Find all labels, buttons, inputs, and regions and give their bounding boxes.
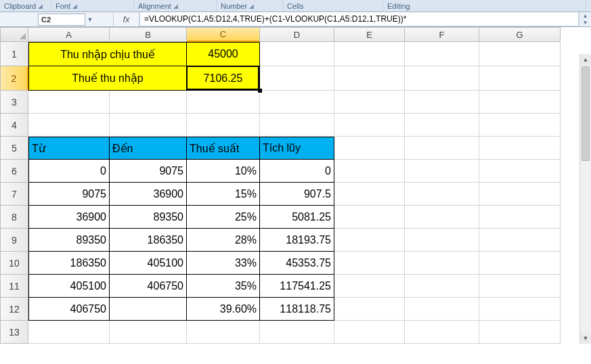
row-header-4[interactable]: 4 — [0, 114, 28, 137]
cell-G8[interactable] — [479, 206, 561, 229]
cell-C13[interactable] — [187, 321, 260, 344]
cell-D3[interactable] — [260, 91, 334, 114]
cell-D5[interactable]: Tích lũy — [260, 137, 334, 160]
cell-D6[interactable]: 0 — [260, 160, 334, 183]
cell-B9[interactable]: 186350 — [110, 229, 187, 252]
cell-F8[interactable] — [405, 206, 479, 229]
cell-E8[interactable] — [334, 206, 405, 229]
cell-F13[interactable] — [405, 321, 479, 344]
ribbon-group-font[interactable]: Font◢ — [51, 0, 134, 12]
row-header-9[interactable]: 9 — [0, 229, 28, 252]
ribbon-group-number[interactable]: Number◢ — [217, 0, 283, 12]
cell-C3[interactable] — [187, 91, 260, 114]
cell-C4[interactable] — [187, 114, 260, 137]
cell-A6[interactable]: 0 — [28, 160, 110, 183]
column-header-C[interactable]: C — [187, 27, 260, 42]
ribbon-group-cells[interactable]: Cells — [283, 0, 383, 12]
cell-F9[interactable] — [405, 229, 479, 252]
name-box[interactable] — [38, 14, 85, 26]
cell-A1[interactable]: Thu nhập chịu thuế — [28, 42, 187, 66]
cell-A13[interactable] — [28, 321, 110, 344]
cell-B11[interactable]: 406750 — [110, 275, 187, 298]
row-header-10[interactable]: 10 — [0, 252, 28, 275]
cell-G1[interactable] — [479, 42, 561, 66]
cell-F4[interactable] — [405, 114, 479, 137]
cell-E13[interactable] — [334, 321, 405, 344]
formula-bar-down-icon[interactable]: ▼ — [579, 20, 591, 27]
cell-A7[interactable]: 9075 — [28, 183, 110, 206]
cell-B6[interactable]: 9075 — [110, 160, 187, 183]
column-header-A[interactable]: A — [28, 27, 110, 42]
cell-C12[interactable]: 39.60% — [187, 298, 260, 321]
cell-A11[interactable]: 405100 — [28, 275, 110, 298]
cell-D12[interactable]: 118118.75 — [260, 298, 334, 321]
cell-G4[interactable] — [479, 114, 561, 137]
cell-G11[interactable] — [479, 275, 561, 298]
cell-F12[interactable] — [405, 298, 479, 321]
insert-function-button[interactable]: fx — [114, 12, 139, 26]
name-box-dropdown-icon[interactable]: ▼ — [85, 16, 95, 23]
cell-G6[interactable] — [479, 160, 561, 183]
cell-G3[interactable] — [479, 91, 561, 114]
cell-F6[interactable] — [405, 160, 479, 183]
cell-B13[interactable] — [110, 321, 187, 344]
cell-C10[interactable]: 33% — [187, 252, 260, 275]
row-header-12[interactable]: 12 — [0, 298, 28, 321]
cell-B4[interactable] — [110, 114, 187, 137]
dialog-launcher-icon[interactable]: ◢ — [249, 3, 254, 9]
row-header-8[interactable]: 8 — [0, 206, 28, 229]
formula-bar-up-icon[interactable]: ▲ — [579, 12, 591, 20]
row-header-6[interactable]: 6 — [0, 160, 28, 183]
cell-E10[interactable] — [334, 252, 405, 275]
cell-B5[interactable]: Đến — [110, 137, 187, 160]
cell-B10[interactable]: 405100 — [110, 252, 187, 275]
scroll-down-icon[interactable]: ▼ — [580, 333, 591, 344]
cell-C2[interactable]: 7106.25 — [187, 66, 260, 91]
cell-F11[interactable] — [405, 275, 479, 298]
cell-E6[interactable] — [334, 160, 405, 183]
cell-G5[interactable] — [479, 137, 561, 160]
column-header-G[interactable]: G — [479, 27, 561, 42]
column-header-F[interactable]: F — [405, 27, 479, 42]
cell-F3[interactable] — [405, 91, 479, 114]
row-header-5[interactable]: 5 — [0, 137, 28, 160]
ribbon-group-editing[interactable]: Editing — [383, 0, 586, 12]
cell-E11[interactable] — [334, 275, 405, 298]
cell-C7[interactable]: 15% — [187, 183, 260, 206]
row-header-1[interactable]: 1 — [0, 42, 28, 66]
cell-D10[interactable]: 45353.75 — [260, 252, 334, 275]
cell-C11[interactable]: 35% — [187, 275, 260, 298]
cell-G9[interactable] — [479, 229, 561, 252]
vertical-scrollbar[interactable]: ▲ ▼ — [579, 54, 591, 344]
cell-D1[interactable] — [260, 42, 334, 66]
row-header-13[interactable]: 13 — [0, 321, 28, 344]
column-header-B[interactable]: B — [110, 27, 187, 42]
row-header-11[interactable]: 11 — [0, 275, 28, 298]
cell-D7[interactable]: 907.5 — [260, 183, 334, 206]
cell-E12[interactable] — [334, 298, 405, 321]
cell-C1[interactable]: 45000 — [187, 42, 260, 66]
cell-A3[interactable] — [28, 91, 110, 114]
cell-B12[interactable] — [110, 298, 187, 321]
cell-D11[interactable]: 117541.25 — [260, 275, 334, 298]
cell-G10[interactable] — [479, 252, 561, 275]
cell-G7[interactable] — [479, 183, 561, 206]
cell-G2[interactable] — [479, 66, 561, 91]
cell-F1[interactable] — [405, 42, 479, 66]
cell-A2[interactable]: Thuế thu nhập — [28, 66, 187, 91]
column-header-E[interactable]: E — [334, 27, 405, 42]
row-header-7[interactable]: 7 — [0, 183, 28, 206]
cell-D4[interactable] — [260, 114, 334, 137]
ribbon-group-alignment[interactable]: Alignment◢ — [134, 0, 217, 12]
row-header-3[interactable]: 3 — [0, 91, 28, 114]
cell-F10[interactable] — [405, 252, 479, 275]
dialog-launcher-icon[interactable]: ◢ — [72, 3, 77, 9]
cell-A9[interactable]: 89350 — [28, 229, 110, 252]
cell-B3[interactable] — [110, 91, 187, 114]
row-header-2[interactable]: 2 — [0, 66, 28, 91]
cell-C6[interactable]: 10% — [187, 160, 260, 183]
cell-E2[interactable] — [334, 66, 405, 91]
cell-A4[interactable] — [28, 114, 110, 137]
cell-G12[interactable] — [479, 298, 561, 321]
formula-input[interactable] — [139, 12, 579, 26]
